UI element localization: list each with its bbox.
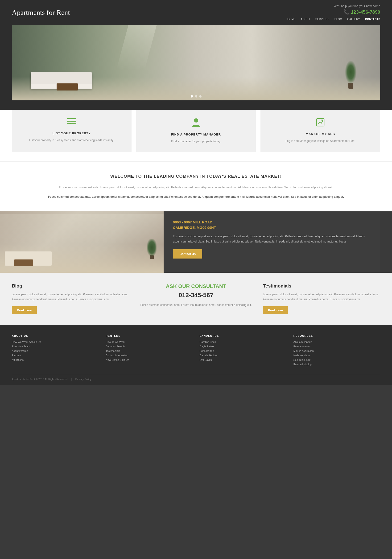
location-address: 9863 - 9867 MILL ROAD, CAMBRIDGE, MG09 9… xyxy=(173,220,371,230)
consultant-column: ASK OUR CONSULTANT 012-345-567 Fusce eui… xyxy=(135,283,257,314)
header-tagline: We'll help you find your new home xyxy=(283,4,380,8)
consultant-title: ASK OUR CONSULTANT xyxy=(137,283,255,289)
svg-rect-5 xyxy=(70,123,76,124)
svg-rect-1 xyxy=(70,118,76,119)
nav-home[interactable]: HOME xyxy=(287,18,296,20)
header: Apartments for Rent We'll help you find … xyxy=(0,0,392,25)
footer-divider: | xyxy=(71,378,72,381)
main-nav: HOME ABOUT SERVICES BLOG GALLERY CONTACT… xyxy=(283,17,380,21)
footer-renters-link-4[interactable]: Contact Information xyxy=(106,354,192,357)
features-section: LIST YOUR PROPERTY List your property in… xyxy=(0,110,392,161)
footer-resources-link-2[interactable]: Fermentum nisl xyxy=(293,345,380,348)
feature-title-3: MANAGE MY ADS xyxy=(266,132,374,136)
footer-privacy-link[interactable]: Privacy Policy xyxy=(75,378,92,381)
hero-section xyxy=(0,25,392,110)
header-phone: 📞123-456-7890 xyxy=(283,9,380,15)
svg-rect-0 xyxy=(67,118,70,119)
testimonials-column: Testimonials Lorem ipsum dolor sit amet,… xyxy=(263,283,380,314)
footer-renters-title: RENTERS xyxy=(106,335,192,337)
feature-desc-2: Find a manager for your property today. xyxy=(142,139,250,144)
testimonials-title: Testimonials xyxy=(263,283,380,289)
nav-services[interactable]: SERVICES xyxy=(315,18,329,20)
footer-resources-link-1[interactable]: Aliquam congue xyxy=(293,341,380,343)
footer-renters-link-5[interactable]: New Listing Sign-Up xyxy=(106,358,192,361)
footer-about-title: ABOUT US xyxy=(12,335,99,337)
feature-title-1: LIST YOUR PROPERTY xyxy=(18,131,126,135)
blog-column: Blog Lorem ipsum dolor sit amet, consect… xyxy=(12,283,129,314)
footer-renters-link-2[interactable]: Dynamic Search xyxy=(106,345,192,348)
footer-about-link-5[interactable]: Affiliations xyxy=(12,358,99,361)
location-desc: Fusce euismod consequat ante. Lorem ipsu… xyxy=(173,234,371,244)
footer-landlords-link-2[interactable]: Dayle Peters xyxy=(200,345,286,348)
footer-about-link-2[interactable]: Executive Team xyxy=(12,345,99,348)
blog-read-more-button[interactable]: Read more xyxy=(12,306,37,314)
footer-about-link-4[interactable]: Partners xyxy=(12,354,99,357)
footer-resources-link-6[interactable]: Enim adipiscing xyxy=(293,363,380,366)
nav-contacts[interactable]: CONTACTS xyxy=(365,18,380,20)
blog-title: Blog xyxy=(12,283,129,289)
footer-about-link-3[interactable]: Agent Profiles xyxy=(12,349,99,352)
testimonials-para: Lorem ipsum dolor sit amet, consectetuer… xyxy=(263,292,380,302)
list-property-icon xyxy=(18,118,126,128)
welcome-para2: Fusce euismod consequat ante. Lorem ipsu… xyxy=(28,194,364,200)
logo-text: Apartments for Rent xyxy=(12,8,70,17)
footer-resources-link-3[interactable]: Mauris accumsan xyxy=(293,349,380,352)
footer-resources-link-5[interactable]: Sed in lacus ut xyxy=(293,358,380,361)
feature-desc-1: List your property in 3 easy steps and s… xyxy=(18,138,126,143)
footer-renters: RENTERS How do we Work Dynamic Search Te… xyxy=(106,335,192,367)
hero-dots xyxy=(191,95,202,98)
location-section: 9863 - 9867 MILL ROAD, CAMBRIDGE, MG09 9… xyxy=(0,211,392,273)
nav-blog[interactable]: BLOG xyxy=(335,18,342,20)
footer-copyright: Apartments for Rent © 2015 All Rights Re… xyxy=(12,378,67,381)
welcome-para1: Fusce euismod consequat ante. Lorem ipsu… xyxy=(28,185,364,190)
footer-landlords-link-5[interactable]: Eva Savits xyxy=(200,358,286,361)
logo: Apartments for Rent xyxy=(12,8,70,17)
consultant-phone: 012-345-567 xyxy=(137,291,255,299)
feature-find-manager[interactable]: FIND A PROPERTY MANAGER Find a manager f… xyxy=(136,110,256,152)
bottom-section: Blog Lorem ipsum dolor sit amet, consect… xyxy=(0,273,392,325)
hero-dot-1[interactable] xyxy=(191,95,193,98)
hero-image xyxy=(12,25,380,100)
welcome-title: WELCOME TO THE LEADING COMPANY IN TODAY'… xyxy=(28,173,364,179)
svg-rect-2 xyxy=(67,121,70,121)
footer-renters-link-1[interactable]: How do we Work xyxy=(106,341,192,343)
location-content: 9863 - 9867 MILL ROAD, CAMBRIDGE, MG09 9… xyxy=(164,211,380,273)
footer-resources-link-4[interactable]: Nulla vel diam xyxy=(293,354,380,357)
footer-landlords-link-4[interactable]: Camala Haddon xyxy=(200,354,286,357)
blog-para: Lorem ipsum dolor sit amet, consectetuer… xyxy=(12,292,129,302)
svg-rect-4 xyxy=(67,123,70,124)
footer-landlords-link-3[interactable]: Edna Barton xyxy=(200,349,286,352)
header-right: We'll help you find your new home 📞123-4… xyxy=(283,4,380,21)
phone-icon: 📞 xyxy=(344,9,349,15)
footer-landlords-title: LANDLORDS xyxy=(200,335,286,337)
feature-desc-3: Log in and Manage your listings on Apart… xyxy=(266,139,374,143)
hero-dot-2[interactable] xyxy=(195,95,197,98)
footer-landlords-link-1[interactable]: Caroline Beek xyxy=(200,341,286,343)
footer-about-link-1[interactable]: How We Work / About Us xyxy=(12,341,99,343)
nav-about[interactable]: ABOUT xyxy=(301,18,310,20)
footer: ABOUT US How We Work / About Us Executiv… xyxy=(0,325,392,385)
feature-manage-ads[interactable]: MANAGE MY ADS Log in and Manage your lis… xyxy=(261,110,380,152)
nav-gallery[interactable]: GALLERY xyxy=(347,18,360,20)
welcome-section: WELCOME TO THE LEADING COMPANY IN TODAY'… xyxy=(0,161,392,211)
footer-landlords: LANDLORDS Caroline Beek Dayle Peters Edn… xyxy=(200,335,286,367)
consultant-para: Fusce euismod consequat ante. Lorem ipsu… xyxy=(137,303,255,307)
feature-list-property[interactable]: LIST YOUR PROPERTY List your property in… xyxy=(12,110,131,152)
footer-resources-title: RESOURCES xyxy=(293,335,380,337)
svg-point-6 xyxy=(194,118,198,122)
footer-bottom: Apartments for Rent © 2015 All Rights Re… xyxy=(12,374,380,381)
testimonials-read-more-button[interactable]: Read more xyxy=(263,306,288,314)
svg-rect-3 xyxy=(70,121,76,121)
find-manager-icon xyxy=(142,118,250,129)
footer-resources: RESOURCES Aliquam congue Fermentum nisl … xyxy=(293,335,380,367)
location-image xyxy=(0,211,164,273)
footer-columns: ABOUT US How We Work / About Us Executiv… xyxy=(12,335,380,367)
hero-dot-3[interactable] xyxy=(199,95,202,98)
manage-ads-icon xyxy=(266,118,374,129)
contact-us-button[interactable]: Contact Us xyxy=(173,249,203,259)
footer-renters-link-3[interactable]: Testimonials xyxy=(106,349,192,352)
feature-title-2: FIND A PROPERTY MANAGER xyxy=(142,133,250,136)
footer-about-us: ABOUT US How We Work / About Us Executiv… xyxy=(12,335,99,367)
